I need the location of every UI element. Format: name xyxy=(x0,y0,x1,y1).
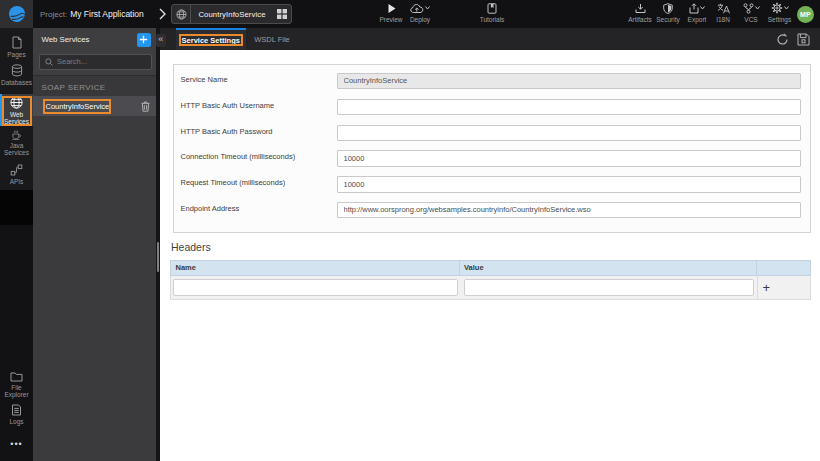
column-header-name: Name xyxy=(171,261,460,276)
plus-icon xyxy=(139,35,148,44)
pages-icon xyxy=(11,36,23,49)
artifacts-download-icon xyxy=(635,2,646,14)
soap-service-section: SOAP SERVICE xyxy=(33,75,156,96)
sidebar-item-databases[interactable]: Databases xyxy=(0,64,33,88)
sidebar-active-indicator xyxy=(0,94,2,126)
search-icon xyxy=(45,58,53,66)
sidebar-group-divider xyxy=(0,190,33,225)
web-services-icon xyxy=(10,96,23,109)
search-box[interactable] xyxy=(39,54,152,70)
add-header-button[interactable]: + xyxy=(763,281,771,294)
sidebar-item-pages[interactable]: Pages xyxy=(0,36,33,58)
field-label-service-name: Service Name xyxy=(181,75,228,84)
header-actions-cell: + xyxy=(757,276,810,299)
request-timeout-input[interactable] xyxy=(337,176,801,193)
sidebar-item-logs[interactable]: Logs xyxy=(0,404,33,426)
project-breadcrumb: Project: My First Application xyxy=(40,0,144,28)
sidebar-item-apis[interactable]: APIs xyxy=(0,164,33,186)
service-name-input xyxy=(337,73,801,90)
headers-table-row: + xyxy=(170,276,811,300)
open-service-tab[interactable]: CountryInfoService xyxy=(171,4,292,24)
apis-icon xyxy=(10,164,23,176)
book-icon xyxy=(487,3,497,14)
service-tab-grid-icon[interactable] xyxy=(273,5,291,23)
preview-label: Preview xyxy=(379,16,402,23)
download-icon xyxy=(635,3,646,14)
security-label: Security xyxy=(656,16,679,23)
header-value-input[interactable] xyxy=(464,279,754,297)
preview-button[interactable]: Preview xyxy=(377,2,405,23)
tutorials-book-icon xyxy=(487,2,497,14)
sidebar-item-label: APIs xyxy=(10,178,24,185)
sidebar-item-file-explorer[interactable]: File Explorer xyxy=(0,371,33,398)
security-button[interactable]: Security xyxy=(654,2,682,23)
sidebar-item-label: Web Services xyxy=(1,111,33,125)
artifacts-label: Artifacts xyxy=(628,16,651,23)
project-label: Project: xyxy=(40,10,67,19)
file-explorer-icon xyxy=(10,371,23,382)
export-chevron-icon xyxy=(700,6,705,10)
auth-username-input[interactable] xyxy=(337,99,801,116)
top-bar: Project: My First Application CountryInf… xyxy=(0,0,820,28)
user-avatar[interactable]: MP xyxy=(797,6,814,23)
add-service-button[interactable] xyxy=(137,33,151,47)
settings-button[interactable]: Settings xyxy=(765,2,794,23)
header-value-cell xyxy=(460,276,757,299)
refresh-button[interactable] xyxy=(776,33,789,46)
translate-icon xyxy=(717,3,730,14)
search-input[interactable] xyxy=(57,57,146,66)
headers-section-title: Headers xyxy=(171,241,211,253)
export-button[interactable]: Export xyxy=(683,2,711,23)
sidebar-item-label: Databases xyxy=(1,79,32,86)
header-name-input[interactable] xyxy=(173,279,458,297)
deploy-cloud-icon xyxy=(410,3,424,14)
settings-chevron-icon xyxy=(784,6,789,10)
headers-table: Name Value + xyxy=(170,260,811,300)
main-area: Service Settings WSDL File Service Name … xyxy=(160,28,820,461)
export-icon xyxy=(689,3,699,14)
sidebar-item-java-services[interactable]: Java Services xyxy=(0,130,33,156)
header-name-cell xyxy=(171,276,460,299)
tutorials-button[interactable]: Tutorials xyxy=(478,2,506,23)
tab-service-settings[interactable]: Service Settings xyxy=(176,28,246,50)
databases-icon xyxy=(11,64,23,77)
service-tab-label: CountryInfoService xyxy=(191,5,273,23)
app-logo[interactable] xyxy=(0,0,33,28)
field-label-request-timeout: Request Timeout (milliseconds) xyxy=(181,178,286,187)
service-settings-form: Service Name HTTP Basic Auth Username HT… xyxy=(173,64,811,234)
vcs-chevron-icon xyxy=(755,6,760,10)
column-header-actions xyxy=(757,261,810,276)
tutorials-label: Tutorials xyxy=(480,16,505,23)
deploy-button[interactable]: Deploy xyxy=(406,2,434,23)
i18n-translate-icon xyxy=(717,2,730,14)
breadcrumb-chevron-icon xyxy=(158,8,167,20)
settings-gear-icon xyxy=(771,2,783,14)
auth-password-input[interactable] xyxy=(337,125,801,142)
collapse-panel-button[interactable]: « xyxy=(156,34,167,47)
service-tabbar: Service Settings WSDL File xyxy=(160,28,820,50)
sidebar-more-button[interactable]: ••• xyxy=(0,440,33,448)
headers-table-head: Name Value xyxy=(170,260,811,277)
save-button[interactable] xyxy=(797,33,810,46)
logs-icon xyxy=(11,404,22,416)
vcs-label: VCS xyxy=(744,16,757,23)
project-name[interactable]: My First Application xyxy=(70,9,144,19)
panel-scrollbar-thumb[interactable] xyxy=(157,242,159,272)
sidebar-item-web-services[interactable]: Web Services xyxy=(0,94,33,126)
delete-service-icon[interactable] xyxy=(141,101,150,112)
settings-label: Settings xyxy=(768,16,792,23)
vcs-button[interactable]: VCS xyxy=(737,2,765,23)
connection-timeout-input[interactable] xyxy=(337,150,801,167)
sidebar-item-label: File Explorer xyxy=(1,384,33,398)
tab-wsdl-file[interactable]: WSDL File xyxy=(246,28,298,50)
field-label-connection-timeout: Connection Timeout (milliseconds) xyxy=(181,152,296,161)
service-list-item[interactable]: CountryInfoService xyxy=(33,96,156,116)
tab-service-settings-label: Service Settings xyxy=(182,36,240,45)
sidebar-item-label: Pages xyxy=(7,51,25,58)
endpoint-address-input[interactable] xyxy=(337,202,801,219)
service-tab-globe-icon xyxy=(172,5,191,23)
artifacts-button[interactable]: Artifacts xyxy=(626,2,654,23)
preview-play-icon xyxy=(386,2,397,14)
i18n-button[interactable]: I18N xyxy=(709,2,737,23)
deploy-label: Deploy xyxy=(410,16,430,23)
